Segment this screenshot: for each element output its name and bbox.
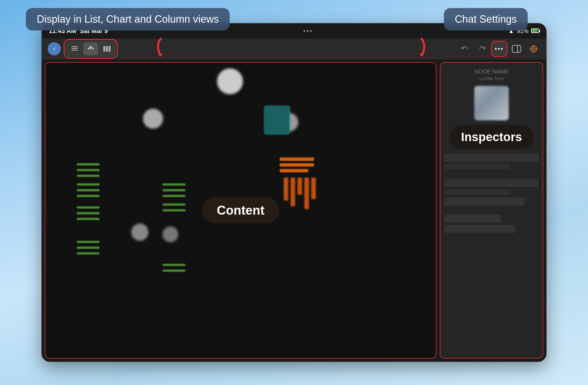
inspector-row-small — [444, 189, 510, 195]
view-toggle-group — [65, 41, 116, 57]
svg-marker-1 — [419, 53, 424, 57]
svg-rect-13 — [106, 46, 108, 52]
svg-rect-5 — [90, 46, 91, 47]
arrow-left-indicator — [152, 37, 169, 57]
inspector-row — [444, 215, 501, 223]
tooltip-right: Chat Settings — [444, 8, 528, 30]
svg-rect-6 — [88, 48, 89, 49]
inspector-row — [444, 179, 539, 187]
settings-icon-button[interactable] — [527, 42, 540, 55]
svg-marker-0 — [158, 53, 163, 57]
svg-rect-14 — [109, 46, 111, 52]
inspector-avatar — [474, 86, 509, 120]
main-area: Content NODE NAME subtitle here Inspecto… — [42, 59, 546, 361]
arrow-right-indicator — [413, 37, 430, 57]
svg-point-17 — [531, 46, 537, 52]
inspector-panel: NODE NAME subtitle here Inspectors — [440, 62, 543, 359]
svg-line-9 — [88, 47, 91, 48]
undo-button[interactable] — [458, 42, 471, 55]
svg-rect-4 — [71, 50, 78, 51]
toolbar-left: ‹ — [48, 41, 116, 57]
tooltip-left: Display in List, Chart and Column views — [26, 8, 230, 30]
content-label: Content — [202, 197, 279, 223]
toolbar: ‹ — [42, 38, 546, 59]
more-options-button[interactable]: ••• — [493, 42, 506, 55]
inspector-row — [444, 154, 539, 162]
inspector-header: NODE NAME subtitle here — [474, 68, 509, 81]
svg-rect-15 — [512, 45, 521, 52]
svg-rect-8 — [92, 48, 94, 49]
back-button[interactable]: ‹ — [48, 42, 61, 55]
column-view-button[interactable] — [99, 43, 114, 55]
svg-rect-2 — [71, 46, 78, 47]
inspector-rows — [440, 154, 543, 233]
list-view-button[interactable] — [67, 43, 82, 55]
svg-point-18 — [533, 48, 535, 50]
sidebar-toggle-button[interactable] — [510, 42, 523, 55]
ipad-frame: 11:43 AM Sat Mar 9 ••• ▲ 91% ‹ — [41, 23, 547, 362]
redo-button[interactable] — [475, 42, 489, 55]
status-dots: ••• — [303, 27, 313, 35]
toolbar-right: ••• — [458, 42, 540, 55]
inspector-row — [444, 197, 525, 205]
svg-rect-3 — [71, 48, 78, 49]
svg-rect-7 — [90, 48, 91, 49]
svg-line-11 — [91, 47, 93, 48]
content-panel: Content — [45, 62, 436, 359]
chart-view-button[interactable] — [83, 43, 98, 55]
inspector-row — [444, 225, 515, 233]
inspectors-label: Inspectors — [450, 125, 533, 149]
inspector-row-small — [444, 164, 510, 170]
svg-rect-12 — [103, 46, 105, 52]
